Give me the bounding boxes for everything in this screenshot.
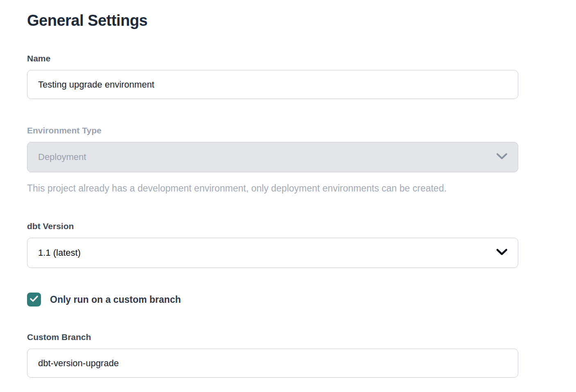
page-title: General Settings (27, 11, 576, 29)
dbt-version-label: dbt Version (27, 221, 518, 232)
environment-type-label: Environment Type (27, 125, 518, 136)
chevron-down-icon (497, 153, 507, 161)
dbt-version-select[interactable]: 1.1 (latest) (27, 238, 518, 268)
general-settings-page: General Settings Name Environment Type D… (0, 0, 576, 392)
name-field-group: Name (27, 53, 518, 99)
checkmark-icon (30, 295, 38, 304)
name-input[interactable] (27, 70, 518, 99)
environment-type-helper-text: This project already has a development e… (27, 182, 518, 194)
custom-branch-label: Custom Branch (27, 332, 518, 342)
environment-type-selected-value: Deployment (38, 152, 86, 162)
dbt-version-selected-value: 1.1 (latest) (38, 248, 81, 258)
chevron-down-icon (497, 249, 507, 257)
name-label: Name (27, 53, 518, 64)
environment-type-field-group: Environment Type Deployment This project… (27, 125, 518, 194)
custom-branch-input[interactable] (27, 349, 518, 378)
custom-branch-checkbox[interactable] (27, 293, 41, 306)
dbt-version-field-group: dbt Version 1.1 (latest) (27, 221, 518, 268)
custom-branch-field-group: Custom Branch (27, 332, 518, 378)
environment-type-select: Deployment (27, 142, 518, 172)
custom-branch-checkbox-row[interactable]: Only run on a custom branch (27, 293, 181, 306)
custom-branch-checkbox-label: Only run on a custom branch (50, 294, 181, 305)
